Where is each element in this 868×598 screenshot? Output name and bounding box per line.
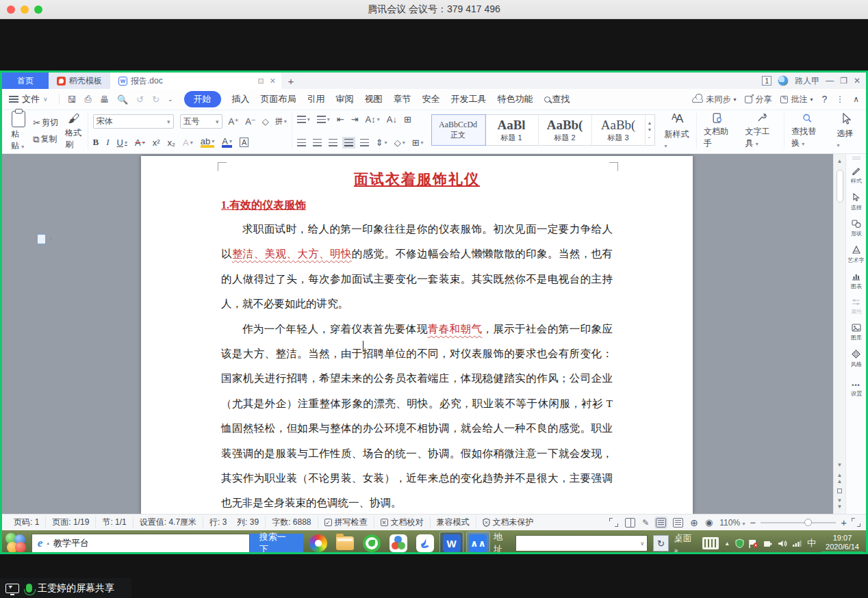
tab-monitor-icon[interactable]: ⊡ — [258, 77, 264, 86]
status-word-count[interactable]: 字数: 6888 — [265, 517, 317, 528]
print-icon[interactable]: 🖶 — [100, 94, 109, 105]
cloud-suite-icon[interactable] — [387, 532, 410, 554]
sidebar-item-styles[interactable]: 样式 — [850, 166, 863, 185]
menu-tab-features[interactable]: 特色功能 — [498, 93, 533, 105]
save-icon[interactable]: 🖫 — [68, 94, 77, 105]
menu-tab-start[interactable]: 开始 — [184, 91, 221, 107]
user-name[interactable]: 路人甲 — [795, 75, 819, 87]
new-tab-button[interactable]: + — [281, 73, 301, 89]
start-button[interactable] — [5, 532, 27, 554]
collapse-ribbon-icon[interactable]: ∧ — [853, 94, 859, 104]
distribute-icon[interactable] — [360, 139, 369, 146]
help-button[interactable]: ? — [821, 94, 827, 105]
redo-icon[interactable]: ↻ — [152, 94, 159, 105]
decrease-indent-icon[interactable]: ⇤ — [337, 114, 344, 125]
scroll-down-icon[interactable]: ▼ — [837, 462, 843, 468]
sidebar-handle[interactable] — [852, 157, 860, 161]
cut-button[interactable]: ✂ 剪切 — [33, 117, 58, 129]
flag-alert-icon[interactable] — [749, 539, 758, 548]
find-replace-button[interactable]: 查找替换 ▾ — [784, 113, 830, 149]
strikethrough-button[interactable]: A▾ — [135, 138, 145, 148]
superscript-button[interactable]: x² — [153, 138, 160, 148]
protection-status[interactable]: 文档未保护 — [476, 517, 540, 528]
sidebar-item-settings[interactable]: 设置 — [850, 389, 863, 398]
shrink-font-button[interactable]: A⁻ — [245, 116, 256, 127]
ime-indicator[interactable]: 中 — [807, 537, 816, 549]
italic-button[interactable]: I — [106, 137, 109, 148]
menu-tab-section[interactable]: 章节 — [394, 93, 411, 105]
sidebar-more-icon[interactable]: ••• — [852, 382, 860, 389]
align-center-icon[interactable] — [313, 139, 322, 146]
file-explorer-icon[interactable] — [334, 532, 357, 554]
toolbar-more-icon[interactable]: ⌄ — [168, 96, 173, 103]
previous-page-icon[interactable]: ▲▲ — [837, 472, 843, 484]
sidebar-item-gallery[interactable]: 图库 — [850, 324, 863, 342]
font-size-select[interactable]: 五号▾ — [180, 114, 222, 129]
sidebar-item-properties[interactable]: 属性 — [850, 298, 863, 316]
share-button[interactable]: 分享 — [745, 94, 771, 105]
undo-icon[interactable]: ↺ — [136, 94, 144, 105]
refresh-icon[interactable]: ↻ — [653, 535, 669, 551]
style-heading3[interactable]: AaBb( 标题 3 — [592, 115, 646, 145]
doc-assistant-button[interactable]: 文档助手 — [696, 113, 738, 149]
proofread-button[interactable]: ✕ 文档校对 — [374, 517, 430, 528]
menu-tab-review[interactable]: 审阅 — [336, 93, 354, 105]
browser-360-icon[interactable] — [307, 532, 330, 554]
tray-expand-icon[interactable]: ▲ — [724, 541, 730, 547]
align-right-icon[interactable] — [329, 139, 337, 146]
menu-tab-insert[interactable]: 插入 — [232, 93, 250, 105]
fit-page-icon[interactable] — [852, 518, 860, 527]
sync-status[interactable]: 未同步 ▾ — [692, 94, 736, 105]
sidebar-item-chart[interactable]: 图表 — [850, 272, 863, 291]
pinyin-guide-icon[interactable]: 拼▾ — [275, 116, 287, 127]
styles-down-icon[interactable]: ▼ — [648, 127, 652, 132]
grow-font-button[interactable]: A⁺ — [229, 116, 240, 127]
wps-taskbar-icon[interactable]: W — [440, 532, 463, 554]
align-left-icon[interactable] — [297, 139, 306, 146]
user-avatar[interactable] — [778, 75, 789, 86]
next-page-icon[interactable]: ▼▼ — [837, 497, 843, 510]
paragraph-options-icon[interactable] — [37, 234, 46, 244]
volume-icon[interactable] — [778, 539, 787, 548]
clear-format-icon[interactable]: ◇ — [262, 116, 269, 127]
select-button[interactable]: 选择 ▾ — [830, 113, 862, 149]
tab-document[interactable]: W 报告.doc ⊡ ✕ — [110, 73, 281, 89]
network-icon[interactable] — [792, 539, 802, 547]
new-style-button[interactable]: ᴬA 新样式 ▾ — [658, 113, 697, 149]
web-view-icon[interactable]: ⊕ — [690, 517, 698, 528]
eye-protect-icon[interactable]: ◉ — [705, 517, 713, 528]
style-heading2[interactable]: AaBb( 标题 2 — [539, 115, 592, 145]
meeting-taskbar-icon[interactable]: ∧∧ — [467, 532, 489, 554]
scrollbar-thumb[interactable] — [837, 170, 843, 203]
spell-check-button[interactable]: ✓ 拼写检查 — [318, 517, 374, 528]
zoom-out-button[interactable]: − — [750, 517, 756, 528]
security-tray-icon[interactable] — [735, 538, 744, 548]
char-border-button[interactable]: A — [240, 138, 248, 147]
sort-icon[interactable]: A↓ — [387, 114, 397, 125]
text-tools-button[interactable]: 文字工具 ▾ — [738, 113, 784, 149]
window-count-badge[interactable]: 1 — [762, 76, 771, 86]
print-preview-icon[interactable]: 🔍 — [117, 94, 128, 105]
justify-icon[interactable] — [344, 139, 353, 146]
browse-object-icon[interactable] — [837, 489, 842, 493]
styles-up-icon[interactable]: ▲ — [648, 120, 652, 125]
paste-button[interactable]: 粘贴 ▾ — [11, 111, 26, 152]
menu-tab-page-layout[interactable]: 页面布局 — [261, 93, 296, 105]
more-menu-icon[interactable]: ⋮ — [836, 94, 844, 104]
minimize-button[interactable]: — — [826, 76, 834, 86]
line-spacing-icon[interactable]: ⇕▾ — [376, 138, 387, 148]
taskbar-clock[interactable]: 19:07 2020/6/14 — [821, 534, 863, 554]
menu-tab-view[interactable]: 视图 — [365, 93, 383, 105]
power-tray-icon[interactable] — [763, 539, 773, 548]
export-icon[interactable]: ⎙ — [85, 94, 92, 105]
underline-button[interactable]: U▾ — [117, 138, 127, 148]
font-color-button[interactable]: A▾ — [222, 138, 232, 148]
comment-button[interactable]: 批注 ▾ — [780, 94, 813, 105]
menu-tab-security[interactable]: 安全 — [422, 93, 440, 105]
zoom-in-button[interactable]: + — [841, 517, 847, 528]
keyboard-icon[interactable] — [702, 537, 719, 549]
zoom-slider[interactable] — [761, 522, 836, 523]
tab-docer[interactable]: 稻壳模板 — [49, 73, 110, 89]
style-heading1[interactable]: AaBl 标题 1 — [485, 115, 539, 145]
copy-button[interactable]: ⧉ 复制 — [33, 133, 58, 145]
